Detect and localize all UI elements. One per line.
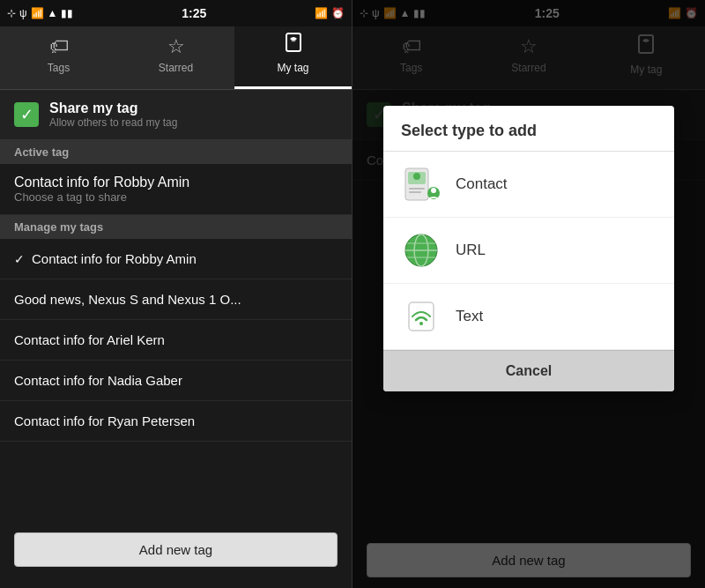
url-label: URL — [456, 242, 486, 259]
tag-item-text: Contact info for Ryan Petersen — [14, 413, 195, 428]
list-item[interactable]: Contact info for Ryan Petersen — [0, 401, 352, 442]
tags-icon: 🏷 — [49, 35, 69, 58]
wifi-icon: ▲ — [48, 7, 58, 19]
text-label: Text — [456, 308, 483, 325]
list-item[interactable]: ✓ Contact info for Robby Amin — [0, 239, 352, 279]
active-tag-name: Contact info for Robby Amin — [14, 175, 338, 190]
list-item[interactable]: Good news, Nexus S and Nexus 1 O... — [0, 279, 352, 320]
share-main-text: Share my tag — [49, 100, 177, 116]
usb2-icon: ψ — [19, 7, 27, 19]
contact-icon — [401, 164, 442, 205]
text-icon — [401, 296, 442, 337]
active-tag-sub: Choose a tag to share — [14, 190, 338, 204]
dialog-title: Select type to add — [383, 106, 674, 152]
battery-icon: ▮▮ — [61, 7, 73, 19]
tab-starred-left[interactable]: ☆ Starred — [117, 26, 234, 89]
svg-rect-6 — [409, 191, 421, 193]
contact-label: Contact — [456, 175, 508, 193]
clock-icon: ⏰ — [331, 7, 345, 19]
active-tag-header: Active tag — [0, 140, 352, 164]
svg-point-8 — [431, 188, 436, 193]
svg-rect-5 — [409, 188, 425, 190]
svg-point-4 — [413, 173, 420, 180]
tag-item-text: Contact info for Robby Amin — [32, 251, 197, 266]
right-panel: ⊹ ψ 📶 ▲ ▮▮ 1:25 📶 ⏰ 🏷 Tags ☆ Starred — [352, 0, 705, 588]
share-checkbox[interactable]: ✓ — [14, 102, 39, 127]
tab-tags-left[interactable]: 🏷 Tags — [0, 26, 117, 89]
url-icon — [401, 230, 442, 271]
usb-icon: ⊹ — [7, 7, 16, 19]
dialog-item-text[interactable]: Text — [383, 284, 674, 350]
dialog-item-contact[interactable]: Contact — [383, 152, 674, 218]
left-status-right-icons: 📶 ⏰ — [315, 7, 345, 19]
check-icon: ✓ — [20, 105, 33, 124]
cancel-button[interactable]: Cancel — [383, 350, 674, 391]
tab-tags-label: Tags — [48, 62, 70, 74]
left-tab-bar: 🏷 Tags ☆ Starred My tag — [0, 26, 352, 90]
add-new-tag-button[interactable]: Add new tag — [14, 532, 338, 567]
svg-rect-0 — [286, 33, 301, 51]
starred-icon: ☆ — [167, 35, 185, 58]
dialog-item-url[interactable]: URL — [383, 218, 674, 284]
tab-mytag-left[interactable]: My tag — [234, 26, 352, 89]
signal-icon: 📶 — [31, 7, 44, 19]
tab-starred-label: Starred — [159, 62, 193, 74]
list-item[interactable]: Contact info for Ariel Kern — [0, 320, 352, 361]
manage-tags-header: Manage my tags — [0, 215, 352, 239]
nfc-icon: 📶 — [315, 7, 328, 19]
tag-item-text: Contact info for Nadia Gaber — [14, 373, 182, 388]
tab-mytag-label: My tag — [277, 62, 308, 74]
check-mark-icon: ✓ — [14, 252, 25, 266]
list-item[interactable]: Contact info for Nadia Gaber — [0, 361, 352, 401]
active-tag-row[interactable]: Contact info for Robby Amin Choose a tag… — [0, 164, 352, 215]
left-status-time: 1:25 — [182, 6, 206, 20]
left-status-left-icons: ⊹ ψ 📶 ▲ ▮▮ — [7, 7, 73, 19]
share-text-block: Share my tag Allow others to read my tag — [49, 100, 177, 129]
tag-item-text: Contact info for Ariel Kern — [14, 332, 165, 347]
share-sub-text: Allow others to read my tag — [49, 116, 177, 129]
svg-point-15 — [419, 322, 423, 325]
left-panel: ⊹ ψ 📶 ▲ ▮▮ 1:25 📶 ⏰ 🏷 Tags ☆ Starred — [0, 0, 352, 588]
share-my-tag-row[interactable]: ✓ Share my tag Allow others to read my t… — [0, 90, 352, 140]
left-status-bar: ⊹ ψ 📶 ▲ ▮▮ 1:25 📶 ⏰ — [0, 0, 352, 26]
mytag-icon — [283, 32, 304, 58]
dialog-overlay[interactable]: Select type to add — [352, 0, 705, 588]
tag-item-text: Good news, Nexus S and Nexus 1 O... — [14, 292, 241, 307]
select-type-dialog: Select type to add — [383, 106, 674, 391]
